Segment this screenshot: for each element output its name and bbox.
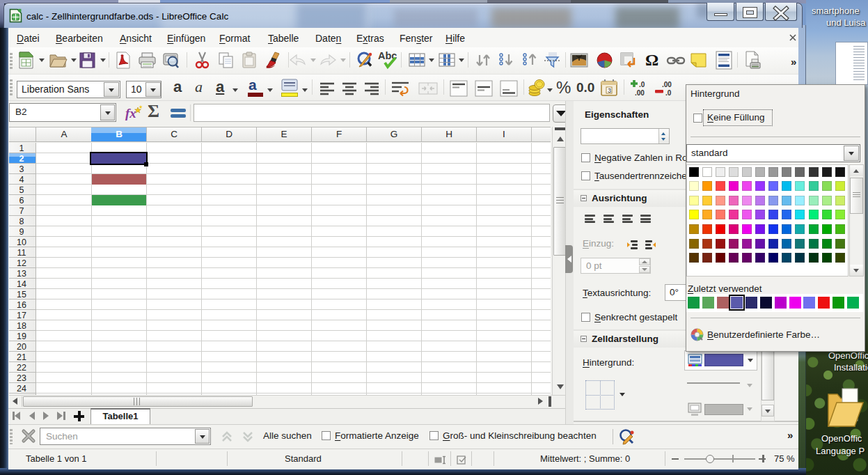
svg-text:.00: .00 [662, 81, 672, 88]
svg-text:Ω: Ω [645, 51, 658, 69]
svg-text:3: 3 [608, 87, 611, 94]
svg-text:.0: .0 [639, 81, 645, 88]
svg-text:.00: .00 [635, 89, 645, 97]
svg-text:.0: .0 [665, 89, 672, 97]
svg-text:fx: fx [125, 106, 136, 120]
